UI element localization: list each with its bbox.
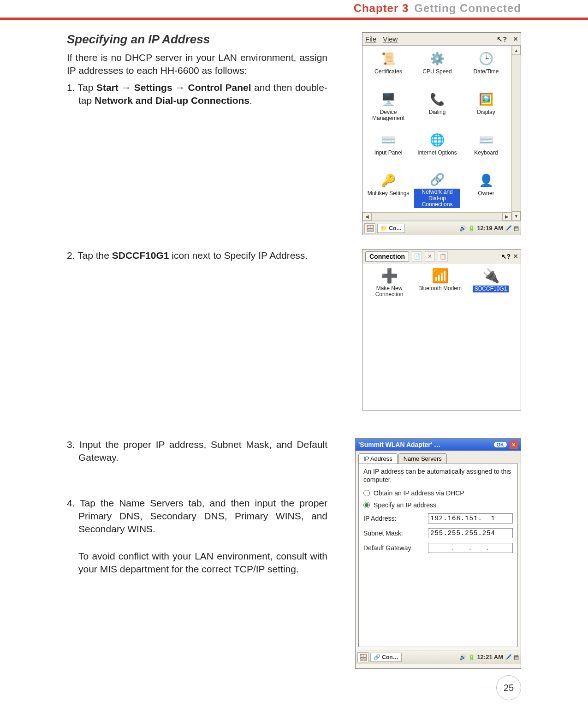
close-icon[interactable]: × <box>513 35 518 44</box>
tab-connection[interactable]: Connection <box>365 251 409 262</box>
input-ip-address[interactable] <box>428 513 513 524</box>
taskbar-task[interactable]: 📁 Co… <box>377 224 405 233</box>
start-button[interactable]: 🪟 <box>364 223 375 233</box>
system-tray: 🔊 🔋 12:21 AM 🖊️ ▤ <box>459 654 519 660</box>
cp-item-owner[interactable]: 👤Owner <box>462 169 510 209</box>
input-subnet-mask[interactable] <box>428 528 513 538</box>
chapter-title: Getting Connected <box>414 2 521 14</box>
scroll-left-icon[interactable]: ◀ <box>362 213 372 220</box>
cp-item-display[interactable]: 🖼️Display <box>462 88 510 128</box>
screenshot-connections: Connection 📄 ✕ 📋 ↖? × ➕Make New Connecti… <box>362 249 521 411</box>
tray-icon[interactable]: ▤ <box>514 654 519 660</box>
phone-icon: 📞 <box>428 90 446 108</box>
clock-icon: 🕒 <box>477 49 495 68</box>
cp-item-device-management[interactable]: 🖥️Device Management <box>364 88 412 128</box>
tray-icon[interactable]: 🖊️ <box>505 225 512 232</box>
tab-name-servers[interactable]: Name Servers <box>398 453 447 464</box>
owner-icon: 👤 <box>477 171 495 190</box>
conn-bluetooth-modem[interactable]: 📶Bluetooth Modem <box>416 266 464 298</box>
system-tray: 🔊 🔋 12:19 AM 🖊️ ▤ <box>459 225 519 232</box>
clock[interactable]: 12:19 AM <box>477 225 503 232</box>
network-icon: 🔗 <box>428 171 446 188</box>
radio-specify[interactable]: Specify an IP address <box>363 501 513 509</box>
menubar: File View ↖? × <box>362 33 521 46</box>
cp-item-cpu-speed[interactable]: ⚙️CPU Speed <box>413 48 461 87</box>
tray-icon[interactable]: 🔋 <box>468 225 475 232</box>
radio-icon <box>363 502 370 508</box>
header-rule <box>0 18 588 20</box>
step-4-note: To avoid conflict with your LAN environm… <box>67 550 327 576</box>
step-2: 2. Tap the SDCCF10G1 icon next to Specif… <box>67 249 327 262</box>
input-default-gateway[interactable] <box>428 543 513 553</box>
tray-icon[interactable]: 🖊️ <box>505 654 512 660</box>
delete-icon[interactable]: ✕ <box>425 251 435 262</box>
step-3: 3. Input the proper IP address, Subnet M… <box>67 438 327 464</box>
tray-icon[interactable]: 🔊 <box>459 225 466 232</box>
menu-view[interactable]: View <box>383 35 398 43</box>
dialog-title-bar: 'Summit WLAN Adapter' … OK × <box>356 439 521 451</box>
cpu-icon: ⚙️ <box>428 49 446 68</box>
close-icon[interactable]: × <box>510 440 518 449</box>
certificate-icon: 📜 <box>379 49 398 68</box>
cp-item-date-time[interactable]: 🕒Date/Time <box>462 48 510 87</box>
conn-make-new[interactable]: ➕Make New Connection <box>365 266 413 298</box>
cp-item-certificates[interactable]: 📜Certificates <box>364 48 412 87</box>
taskbar: 🪟 🔗 Con… 🔊 🔋 12:21 AM 🖊️ ▤ <box>356 650 521 664</box>
label-ip: IP Address: <box>363 515 428 522</box>
close-icon[interactable]: × <box>513 252 518 261</box>
screenshot-ip-settings: 'Summit WLAN Adapter' … OK × IP Address … <box>355 438 521 669</box>
start-button[interactable]: 🪟 <box>357 652 368 662</box>
radio-dhcp[interactable]: Obtain an IP address via DHCP <box>363 489 513 497</box>
properties-icon[interactable]: 📋 <box>438 251 448 262</box>
keys-icon: 🔑 <box>379 171 398 190</box>
label-default-gateway: Default Gateway: <box>363 544 428 552</box>
adapter-icon: 🔌 <box>481 266 500 285</box>
help-icon[interactable]: ↖? <box>497 35 507 43</box>
dialog-title: 'Summit WLAN Adapter' … <box>358 441 440 448</box>
page-number: 25 <box>496 675 521 700</box>
clock[interactable]: 12:21 AM <box>477 654 503 660</box>
globe-icon: 🌐 <box>428 131 446 149</box>
radio-icon <box>363 490 370 496</box>
tab-strip: IP Address Name Servers <box>356 451 521 464</box>
step-4: 4. Tap the Name Servers tab, and then in… <box>67 497 327 536</box>
cp-item-dialing[interactable]: 📞Dialing <box>413 88 461 128</box>
scroll-right-icon[interactable]: ▶ <box>502 213 511 220</box>
pane-note: An IP address can be automatically assig… <box>363 468 513 484</box>
section-title: Specifying an IP Address <box>67 32 327 47</box>
taskbar: 🪟 📁 Co… 🔊 🔋 12:19 AM 🖊️ ▤ <box>362 221 521 235</box>
device-icon: 🖥️ <box>379 90 398 108</box>
keyboard-icon: ⌨️ <box>477 131 495 149</box>
cp-item-input-panel[interactable]: ⌨️Input Panel <box>364 129 412 168</box>
step-1: 1. Tap Start → Settings → Control Panel … <box>67 81 327 107</box>
horizontal-scrollbar[interactable]: ◀ ▶ <box>362 212 511 220</box>
menu-file[interactable]: File <box>365 35 376 43</box>
intro-text: If there is no DHCP server in your LAN e… <box>67 51 327 77</box>
scroll-up-icon[interactable]: ▲ <box>512 46 521 55</box>
tray-icon[interactable]: ▤ <box>514 225 519 232</box>
connection-toolbar: Connection 📄 ✕ 📋 ↖? × <box>362 250 521 263</box>
tray-icon[interactable]: 🔊 <box>459 654 466 660</box>
cp-item-internet-options[interactable]: 🌐Internet Options <box>413 129 461 168</box>
ok-button[interactable]: OK <box>494 442 507 447</box>
label-subnet-mask: Subnet Mask: <box>363 530 428 537</box>
help-icon[interactable]: ↖? <box>501 253 511 260</box>
bluetooth-icon: 📶 <box>431 266 449 285</box>
tool-icon[interactable]: 📄 <box>412 251 422 262</box>
tab-ip-address[interactable]: IP Address <box>358 453 398 464</box>
display-icon: 🖼️ <box>477 90 495 108</box>
scroll-down-icon[interactable]: ▼ <box>512 211 521 220</box>
vertical-scrollbar[interactable]: ▲ ▼ <box>511 46 521 220</box>
cp-item-network-dialup[interactable]: 🔗Network and Dial-up Connections <box>413 169 461 209</box>
chapter-header: Chapter 3Getting Connected <box>354 2 521 15</box>
cp-item-keyboard[interactable]: ⌨️Keyboard <box>462 129 510 168</box>
conn-sdccf10g1[interactable]: 🔌SDCCF10G1 <box>467 266 515 298</box>
cp-item-multikey-settings[interactable]: 🔑Multikey Settings <box>364 169 412 209</box>
chapter-number: Chapter 3 <box>354 2 409 14</box>
new-connection-icon: ➕ <box>380 266 398 285</box>
input-icon: ⌨️ <box>379 131 398 149</box>
tray-icon[interactable]: 🔋 <box>468 654 475 660</box>
taskbar-task[interactable]: 🔗 Con… <box>370 653 402 662</box>
tab-pane: An IP address can be automatically assig… <box>358 464 518 647</box>
screenshot-control-panel: File View ↖? × 📜Certificates ⚙️CPU Speed… <box>362 32 521 235</box>
